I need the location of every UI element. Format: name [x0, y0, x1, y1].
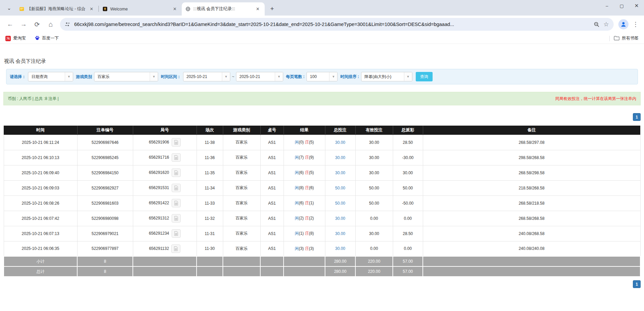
bookmark-label: 百度一下: [42, 35, 59, 41]
url-text[interactable]: 66cxkj98.com/game/betrecord_search/kind3…: [74, 22, 590, 27]
cell-total-bet: 30.00: [325, 226, 355, 241]
globe-favicon-icon: [185, 6, 191, 12]
cell-payout: 28.50: [393, 135, 423, 150]
column-header-7: 总投注: [325, 126, 355, 135]
browser-tab-1[interactable]: 【新提醒】海燕策略论坛 - 综合 ✕: [16, 2, 98, 16]
bookmark-aitaobao[interactable]: 淘 爱淘宝: [5, 35, 26, 41]
video-file-icon: [174, 170, 179, 175]
cell-result: 闲(7) 庄(9): [284, 150, 325, 165]
zoom-icon[interactable]: [594, 22, 599, 27]
cell-result: 闲(6) 庄(1): [284, 196, 325, 211]
subtotal-payout: 57.00: [393, 256, 423, 266]
query-type-select[interactable]: 日期查询 ▼: [28, 72, 73, 81]
round-number: 656291422: [149, 201, 169, 205]
total-bet-link[interactable]: 30.00: [335, 216, 345, 221]
total-bet-link[interactable]: 50.00: [335, 186, 345, 190]
all-bookmarks-button[interactable]: 所有书签: [614, 35, 639, 42]
cell-payout: 0.00: [393, 241, 423, 256]
player-result: 闲: [295, 185, 299, 190]
site-info-icon[interactable]: [65, 22, 70, 27]
browser-menu-button[interactable]: ⋮: [631, 21, 641, 28]
cell-valid-bet: 50.00: [355, 196, 393, 211]
video-replay-button[interactable]: [172, 169, 181, 177]
total-bet-link[interactable]: 30.00: [335, 231, 345, 236]
close-window-button[interactable]: ✕: [629, 0, 644, 11]
cell-bet-id: 522906979021: [77, 226, 133, 241]
date-start-select[interactable]: 2025-10-21 ▼: [183, 72, 230, 81]
window-controls: – ▢ ✕: [599, 0, 644, 11]
total-bet-link[interactable]: 30.00: [335, 155, 345, 160]
cell-table-no: AS1: [260, 165, 284, 180]
banker-result: 庄: [305, 216, 309, 221]
cell-payout: -50.00: [393, 196, 423, 211]
search-button[interactable]: 查询: [416, 72, 433, 81]
cell-payout: -30.00: [393, 150, 423, 165]
cell-table-no: AS1: [260, 150, 284, 165]
cell-result: 闲(1) 庄(8): [284, 226, 325, 241]
video-replay-button[interactable]: [172, 153, 181, 162]
table-row: 2025-10-21 06:11:24522906987646656291906…: [4, 135, 640, 150]
banker-result: 庄: [305, 246, 309, 251]
minimize-button[interactable]: –: [599, 0, 614, 11]
total-label: 总计: [4, 266, 77, 277]
video-replay-button[interactable]: [172, 229, 181, 238]
close-icon[interactable]: ✕: [254, 6, 261, 12]
total-bet-link[interactable]: 50.00: [335, 201, 345, 206]
player-result: 闲: [295, 231, 299, 236]
back-button[interactable]: ←: [4, 18, 16, 30]
sort-select[interactable]: 降幂(由大到小) ▼: [361, 72, 412, 81]
browser-tab-active[interactable]: :::视讯 会员下注纪录::: ✕: [182, 2, 265, 16]
total-bet-link[interactable]: 30.00: [335, 171, 345, 175]
new-tab-button[interactable]: +: [267, 4, 277, 14]
bookmark-star-icon[interactable]: ☆: [604, 21, 609, 28]
profile-avatar[interactable]: [618, 19, 628, 29]
video-file-icon: [174, 216, 179, 221]
cell-table-no: AS1: [260, 226, 284, 241]
cell-time: 2025-10-21 06:09:40: [4, 165, 77, 180]
cell-game-kind: 百家乐: [223, 196, 260, 211]
video-replay-button[interactable]: [171, 244, 180, 253]
cell-note: 240.08/240.08: [423, 241, 640, 256]
cell-session: 11-31: [197, 226, 223, 241]
close-icon[interactable]: ✕: [88, 6, 95, 12]
subtotal-count: 8: [77, 256, 133, 266]
banker-result: 庄: [305, 155, 309, 160]
tab-search-button[interactable]: ⌄: [4, 3, 14, 13]
video-replay-button[interactable]: [172, 214, 181, 223]
chevron-down-icon: ▼: [404, 72, 412, 81]
cell-bet-id: 522906987646: [77, 135, 133, 150]
cell-round: 656291620: [133, 165, 197, 180]
cell-result: 闲(3) 庄(3): [284, 241, 325, 256]
video-replay-button[interactable]: [172, 184, 181, 192]
video-file-icon: [174, 140, 179, 145]
cell-bet-id: 522906981603: [77, 196, 133, 211]
close-icon[interactable]: ✕: [171, 6, 178, 12]
home-button[interactable]: ⌂: [45, 18, 57, 30]
total-bet-link[interactable]: 30.00: [335, 140, 345, 145]
bookmark-baidu[interactable]: 百度一下: [35, 35, 59, 42]
game-kind-select[interactable]: 百家乐 ▼: [94, 72, 158, 81]
player-result: 闲: [295, 216, 299, 221]
date-end-select[interactable]: 2025-10-21 ▼: [236, 72, 283, 81]
cell-valid-bet: 50.00: [355, 180, 393, 196]
forward-button[interactable]: →: [18, 18, 30, 30]
subtotal-valid-bet: 220.00: [355, 256, 393, 266]
total-bet-link[interactable]: 30.00: [335, 246, 345, 251]
browser-tab-2[interactable]: Welcome ✕: [99, 2, 182, 16]
page-1-button[interactable]: 1: [633, 280, 641, 288]
subtotal-label: 小计: [4, 256, 77, 266]
game-kind-value: 百家乐: [94, 74, 150, 80]
reload-button[interactable]: ⟳: [31, 18, 43, 30]
address-bar[interactable]: 66cxkj98.com/game/betrecord_search/kind3…: [60, 18, 614, 31]
bet-records-table: 时间注单编号局号场次游戏类别桌号结果总投注有效投注总派彩备注 2025-10-2…: [3, 126, 641, 277]
cell-table-no: AS1: [260, 211, 284, 226]
maximize-button[interactable]: ▢: [614, 0, 629, 11]
plus-icon: +: [270, 5, 274, 12]
page-1-button[interactable]: 1: [633, 113, 641, 121]
cell-table-no: AS1: [260, 180, 284, 196]
per-page-select[interactable]: 100 ▼: [306, 72, 338, 81]
player-result: 闲: [295, 140, 299, 145]
video-replay-button[interactable]: [172, 199, 181, 207]
video-replay-button[interactable]: [172, 138, 181, 147]
date-end-value: 2025-10-21: [236, 74, 275, 79]
